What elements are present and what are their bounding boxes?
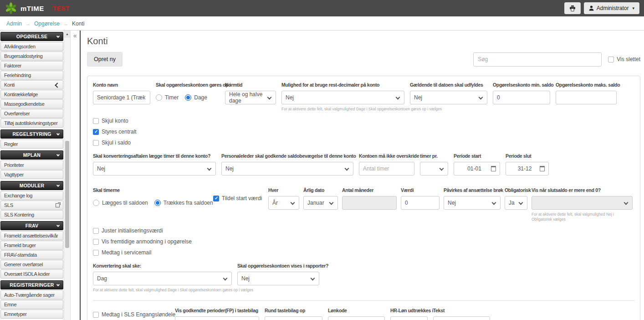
sidebar-item-massegodkendelse[interactable]: Massegodkendelse <box>0 99 63 108</box>
sidebar-item-tilføj-autotilskrivningstyper[interactable]: Tilføj autotilskrivningstyper <box>0 119 63 128</box>
skal-timerne-radio-group: Lægges til saldoenTrækkes fra saldoen <box>93 196 209 210</box>
checkbox-control[interactable] <box>93 312 99 318</box>
sidebar-item-regler[interactable]: Regler <box>0 139 63 149</box>
checkbox-control[interactable] <box>213 196 219 201</box>
antal-timer-input[interactable] <box>359 162 414 175</box>
sidebar-section-registreringer[interactable]: REGISTRERINGER <box>0 280 63 289</box>
radio-control[interactable] <box>93 200 99 206</box>
checkbox-control[interactable] <box>93 250 99 256</box>
normtid-select[interactable]: Hele og halve dage <box>225 91 276 104</box>
sidebar-item-oversæt-isola-koder[interactable]: Oversæt ISOLA koder <box>0 269 63 279</box>
checkbox-control[interactable] <box>93 239 99 245</box>
loenkode-input[interactable] <box>328 316 385 320</box>
scrollbar-thumb[interactable] <box>65 141 69 248</box>
print-button[interactable] <box>564 2 581 14</box>
checkbox-skjul-konto[interactable]: Skjul konto <box>93 118 634 124</box>
vis-slutsaldo-helper: For at aktivere dette felt, skal valgmul… <box>532 212 633 222</box>
checkbox-medtag-i-sls-engangsløndele[interactable]: Medtag i SLS Engangsløndele <box>93 311 169 318</box>
checkbox-juster-initialiseringsværdi[interactable]: Juster initialiseringsværdi <box>93 227 634 234</box>
sidebar-section-regelstyring[interactable]: REGELSTYRING <box>0 129 63 139</box>
sidebar-item-afviklingsorden[interactable]: Afviklingsorden <box>0 42 63 51</box>
checkbox-skjul-i-saldo[interactable]: Skjul i saldo <box>93 139 634 146</box>
vises-i-rapporter-select[interactable]: Nej <box>237 272 319 285</box>
sidebar-collapse-button[interactable]: « <box>71 31 80 320</box>
maks-saldo-input[interactable] <box>556 91 617 104</box>
checkbox-tildel-start-værdi[interactable]: Tildel start værdi <box>213 195 264 201</box>
vises-i-rapporter-label: Skal opgørelseskontoen vises i rapporter… <box>237 263 319 268</box>
checkbox-control[interactable] <box>608 57 614 62</box>
sidebar-item-faktorer[interactable]: Faktorer <box>0 61 63 70</box>
gaeldende-til-select[interactable]: Nej <box>410 91 487 104</box>
sidebar-scrollbar[interactable]: ▲ <box>64 31 71 320</box>
tildel-start-checkbox-group: Tildel start værdi <box>213 195 264 201</box>
personaleleder-select[interactable]: Nej <box>221 162 353 175</box>
section-label: OPGØRELSE <box>16 34 47 39</box>
sidebar-item-sls-kontering[interactable]: SLS Kontering <box>0 210 63 219</box>
sidebar-item-kontirækkefølge[interactable]: Kontirækkefølge <box>0 90 63 99</box>
sidebar-section-opgørelse[interactable]: OPGØRELSE <box>0 32 63 41</box>
sidebar-item-konti[interactable]: Konti <box>0 80 63 89</box>
sidebar-item-auto-tværgående-sager[interactable]: Auto-Tværgående sager <box>0 290 63 299</box>
obligatorisk-select[interactable]: Ja <box>505 196 527 210</box>
radio-control[interactable] <box>185 94 191 101</box>
rest-decimaler-select[interactable]: Nej <box>281 91 404 104</box>
checkbox-styres-centralt[interactable]: Styres centralt <box>93 129 634 135</box>
radio-dage[interactable]: Dage <box>185 94 207 101</box>
sidebar-section-moduler[interactable]: MODULER <box>0 181 63 190</box>
sidebar-item-frameld-bruger[interactable]: Frameld bruger <box>0 241 63 250</box>
gores-op-i-label: Skal opgørelseskontoen gøres op i <box>156 82 220 88</box>
sidebar-item-prioriteter[interactable]: Prioriteter <box>0 160 63 170</box>
timer-pr-select[interactable] <box>420 162 448 175</box>
min-saldo-input[interactable] <box>493 91 550 104</box>
checkbox-control[interactable] <box>93 228 99 234</box>
breadcrumb-opgorelse[interactable]: Opgørelse <box>34 21 60 27</box>
checkbox-control[interactable] <box>93 118 99 124</box>
checkbox-vis-slettet[interactable]: Vis slettet <box>608 56 640 62</box>
sls-checkboxes: Medtag i SLS EngangsløndeleSLSBevægelseN… <box>93 311 169 320</box>
sidebar-item-vagttyper[interactable]: Vagttyper <box>0 170 63 179</box>
radio-lægges-til-saldoen[interactable]: Lægges til saldoen <box>93 200 148 206</box>
radio-control[interactable] <box>156 94 162 101</box>
radio-control[interactable] <box>154 200 161 206</box>
sidebar-item-emnetyper[interactable]: Emnetyper <box>0 310 63 319</box>
sidebar-section-mplan[interactable]: MPLAN <box>0 150 63 160</box>
periode-slut-input[interactable]: 31-12 <box>506 162 549 175</box>
sidebar-item-brugersaldostyring[interactable]: Brugersaldostyring <box>0 52 63 61</box>
scroll-up-button[interactable]: ▲ <box>64 31 70 37</box>
sidebar-item-generer-overførsel[interactable]: Generer overførsel <box>0 260 63 269</box>
periode-start-input[interactable]: 01-01 <box>454 162 500 175</box>
vis-godkendte-select[interactable]: Nej <box>175 316 259 320</box>
sidebar-section-frav[interactable]: FRAV <box>0 221 63 230</box>
sidebar-item-frameld-ansættelsesvilkår[interactable]: Frameld ansættelsesvilkår <box>0 231 63 240</box>
checkbox-control[interactable] <box>93 129 99 135</box>
checkbox-control[interactable] <box>93 140 99 146</box>
paavirkes-select[interactable]: Nej <box>444 196 501 210</box>
konverteringsaftale-select[interactable]: Nej <box>93 162 216 175</box>
hr-loen-select[interactable]: Dage <box>390 316 428 320</box>
checkbox-vis-fremtidige-anmodning-i-opgørelse[interactable]: Vis fremtidige anmodning i opgørelse <box>93 238 634 245</box>
sidebar-item-exchange-log[interactable]: Exchange log <box>0 191 63 200</box>
chevron-down-icon <box>56 132 60 135</box>
sidebar-item-feriehindring[interactable]: Feriehindring <box>0 71 63 80</box>
vaerdi-input[interactable] <box>401 196 440 210</box>
sidebar-item-frav-stamdata[interactable]: FRAV-stamdata <box>0 250 63 259</box>
user-menu-button[interactable]: Administrator ▾ <box>584 2 639 14</box>
sidebar-item-sls[interactable]: SLS <box>0 201 63 210</box>
aarlig-dato-select[interactable]: Januar <box>303 196 338 210</box>
sidebar-item-overførelser[interactable]: Overførelser <box>0 109 63 118</box>
konvertering-ske-select[interactable]: Dag <box>93 272 232 285</box>
gores-op-i-radio-group: TimerDage <box>156 91 220 104</box>
radio-trækkes-fra-saldoen[interactable]: Trækkes fra saldoen <box>154 200 213 206</box>
hver-select[interactable]: År <box>268 196 299 210</box>
breadcrumb-admin[interactable]: Admin <box>6 21 22 27</box>
create-new-button[interactable]: Opret ny <box>87 52 123 67</box>
tekst-textarea[interactable] <box>433 316 490 320</box>
personaleleder-label: Personaleleder skal godkende saldobevæge… <box>221 153 353 159</box>
search-input[interactable] <box>473 52 602 67</box>
option-label: Vis fremtidige anmodning i opgørelse <box>102 238 192 245</box>
konto-navn-input[interactable] <box>93 91 150 104</box>
checkbox-medtag-i-servicemail[interactable]: Medtag i servicemail <box>93 249 634 256</box>
radio-timer[interactable]: Timer <box>156 94 179 101</box>
sidebar-item-emne[interactable]: Emne <box>0 300 63 309</box>
rund-tastebilag-input[interactable] <box>265 316 322 320</box>
